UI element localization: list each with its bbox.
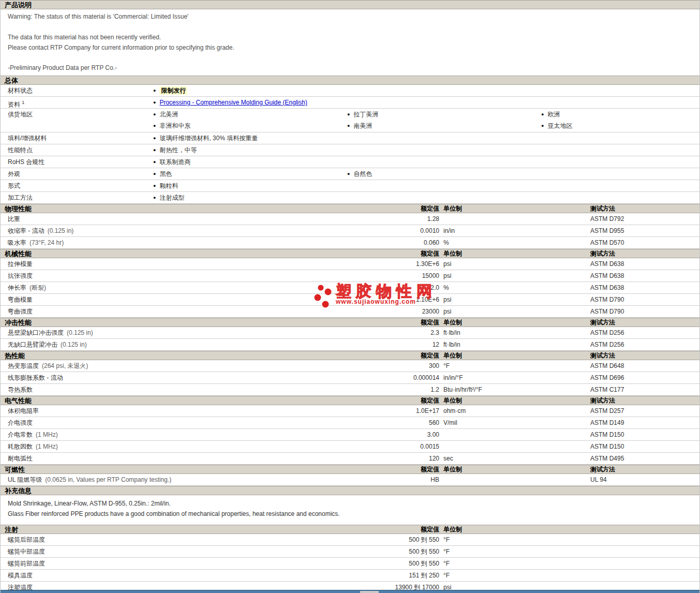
property-value: 12 (433, 339, 439, 350)
property-row: UL 阻燃等级(0.0625 in, Values per RTP Compan… (1, 474, 699, 486)
bullet-item: 注射成型 (153, 192, 184, 204)
bullet-item: Processing - Comprehensive Molding Guide… (153, 97, 307, 109)
scrollbar-thumb[interactable] (360, 591, 379, 593)
property-row: 介电常数(1 MHz) 3.00 ASTM D150 (1, 429, 699, 441)
col-header-unit: 单位制 (443, 351, 462, 360)
property-condition: (0.125 in) (67, 329, 93, 336)
col-header-value: 额定值 (421, 465, 439, 474)
property-method: ASTM D638 (590, 258, 624, 270)
property-value: HB (430, 474, 439, 485)
property-method: ASTM D256 (590, 339, 624, 350)
property-unit: psi (443, 258, 451, 270)
property-condition: (0.0625 in, Values per RTP Company testi… (45, 476, 171, 483)
footnote-marker: 1 (22, 100, 24, 105)
property-label: 伸长率(断裂) (8, 282, 46, 293)
property-unit: psi (443, 306, 451, 317)
row-label: 外观 (8, 168, 20, 180)
property-value: 500 到 550 (409, 534, 439, 545)
property-value: 1.30E+6 (416, 258, 439, 270)
general-row-filler: 填料/增强材料 玻璃纤维增强材料, 30% 填料按重量 (1, 132, 699, 144)
col-header-unit: 单位制 (443, 318, 462, 327)
warning-line: Warning: The status of this material is … (8, 13, 699, 20)
property-value: 0.0015 (420, 441, 439, 452)
property-method: ASTM D495 (590, 453, 624, 464)
general-row-regions: 供货地区 北美洲 拉丁美洲 欧洲 非洲和中东 南美洲 亚太地区 (1, 109, 699, 132)
property-row: 线形膨胀系数 - 流动 0.000014 in/in/°F ASTM D696 (1, 372, 699, 384)
property-condition: (264 psi, 未退火) (42, 362, 88, 369)
warning-block: Warning: The status of this material is … (1, 9, 699, 76)
row-label: 材料状态 (8, 85, 33, 96)
row-label: 性能特点 (8, 144, 33, 156)
molding-guide-link[interactable]: Processing - Comprehensive Molding Guide… (159, 99, 307, 106)
property-value: 0.060 (424, 237, 439, 248)
status-highlight: 限制发行 (159, 86, 187, 95)
region-item: 北美洲 (153, 109, 178, 121)
general-row-docs: 资料 1 Processing - Comprehensive Molding … (1, 97, 699, 109)
warning-line: Please contact RTP Company for current i… (8, 44, 699, 51)
section-header-impact: 冲击性能 额定值 单位制 测试方法 (1, 318, 699, 327)
general-row-appearance: 外观 黑色 自然色 (1, 168, 699, 180)
horizontal-scrollbar[interactable] (1, 590, 699, 593)
property-unit: sec (443, 453, 453, 464)
property-value: 1.10E+6 (416, 294, 439, 305)
bullet-item: 玻璃纤维增强材料, 30% 填料按重量 (153, 132, 258, 144)
property-condition: (0.125 in) (61, 341, 87, 348)
property-unit: psi (443, 294, 451, 305)
bullet-item: 联系制造商 (153, 156, 190, 168)
property-method: ASTM D790 (590, 294, 624, 305)
section-title: 可燃性 (5, 465, 25, 474)
section-header-flammability: 可燃性 额定值 单位制 测试方法 (1, 465, 699, 474)
region-item: 非洲和中东 (153, 120, 190, 132)
supplemental-block: Mold Shrinkage, Linear-Flow, ASTM D-955,… (1, 495, 699, 525)
property-row: 悬壁梁缺口冲击强度(0.125 in) 2.3 ft·lb/in ASTM D2… (1, 327, 699, 339)
property-value: 2.0 (430, 282, 439, 293)
property-label: 抗张强度 (8, 270, 36, 281)
property-row: 耐电弧性 120 sec ASTM D495 (1, 453, 699, 465)
property-value: 120 (429, 453, 439, 464)
row-label: 形式 (8, 180, 20, 191)
col-header-value: 额定值 (421, 351, 439, 360)
property-method: ASTM D257 (590, 405, 624, 417)
section-header-general: 总体 (1, 76, 699, 85)
warning-line: -Preliminary Product Data per RTP Co.- (8, 64, 699, 71)
general-row-rohs: RoHS 合规性 联系制造商 (1, 156, 699, 168)
bullet-item: 限制发行 (153, 85, 187, 97)
section-title: 热性能 (5, 351, 25, 360)
bullet-item: 自然色 (347, 168, 372, 180)
property-condition: (断裂) (29, 284, 46, 291)
injection-row: 螺筒后部温度 500 到 550 °F (1, 534, 699, 546)
property-condition: (1 MHz) (36, 431, 58, 438)
property-value: 1.2 (430, 384, 439, 395)
property-label: 介电常数(1 MHz) (8, 429, 58, 440)
region-item: 亚太地区 (541, 120, 572, 132)
bullet-item: 颗粒料 (153, 180, 178, 192)
property-value: 2.3 (430, 327, 439, 338)
col-header-method: 测试方法 (590, 351, 615, 360)
col-header-method: 测试方法 (590, 465, 615, 474)
property-label: 螺筒后部温度 (8, 534, 45, 545)
property-unit: V/mil (443, 417, 457, 428)
property-row: 拉伸模量 1.30E+6 psi ASTM D638 (1, 258, 699, 270)
property-unit: °F (443, 558, 450, 569)
property-unit: ohm·cm (443, 405, 466, 417)
property-unit: ft·lb/in (443, 339, 460, 350)
property-value: 23000 (422, 306, 439, 317)
property-method: ASTM D648 (590, 360, 624, 372)
property-label: 弯曲强度 (8, 306, 36, 317)
col-header-method: 测试方法 (590, 318, 615, 327)
property-label: 悬壁梁缺口冲击强度(0.125 in) (8, 327, 93, 338)
col-header-method: 测试方法 (590, 396, 615, 405)
section-title: 补充信息 (5, 486, 32, 495)
property-row: 弯曲模量 1.10E+6 psi ASTM D790 (1, 294, 699, 306)
property-row: 伸长率(断裂) 2.0 % ASTM D638 (1, 282, 699, 294)
col-header-value: 额定值 (421, 396, 439, 405)
col-header-method: 测试方法 (590, 204, 615, 213)
property-unit: % (443, 282, 449, 293)
injection-row: 模具温度 151 到 250 °F (1, 570, 699, 582)
row-label: 供货地区 (8, 109, 33, 120)
general-row-status: 材料状态 限制发行 (1, 85, 699, 97)
property-row: 无缺口悬臂梁冲击(0.125 in) 12 ft·lb/in ASTM D256 (1, 339, 699, 351)
general-row-form: 形式 颗粒料 (1, 180, 699, 192)
region-item: 南美洲 (347, 120, 372, 132)
property-row: 耗散因数(1 MHz) 0.0015 ASTM D150 (1, 441, 699, 453)
